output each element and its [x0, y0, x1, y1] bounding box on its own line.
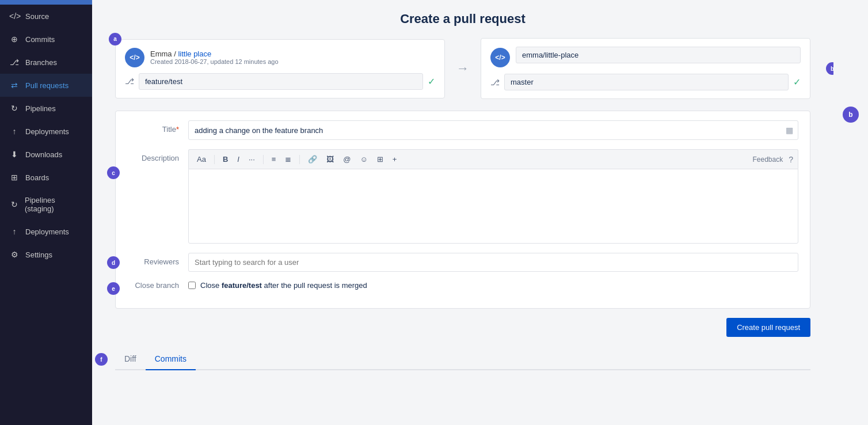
sidebar-item-boards[interactable]: ⊞ Boards — [0, 166, 92, 189]
sidebar-item-pipelines-staging[interactable]: ↻ Pipelines (staging) — [0, 189, 92, 220]
reviewers-label: Reviewers — [127, 253, 179, 266]
close-branch-checkbox[interactable] — [188, 282, 196, 289]
editor-toolbar: Aa B I ··· ≡ ≣ 🔗 🖼 @ ☺ ⊞ + — [188, 149, 798, 169]
create-btn-row: Create pull request — [115, 318, 810, 337]
toolbar-italic-btn[interactable]: I — [234, 153, 243, 165]
source-repo-card: a </> Emma / little place Created 2018-0… — [115, 39, 445, 98]
description-row: c Description Aa B I ··· ≡ ≣ 🔗 — [127, 149, 798, 244]
target-branch-select[interactable]: master — [504, 74, 789, 90]
pipelines-icon: ↻ — [9, 104, 20, 113]
boards-icon: ⊞ — [9, 173, 20, 182]
reviewers-input[interactable] — [188, 253, 798, 272]
sidebar-item-pull-requests[interactable]: ⇄ Pull requests — [0, 74, 92, 97]
toolbar-emoji-btn[interactable]: ☺ — [357, 153, 371, 165]
toolbar-more2-btn[interactable]: + — [389, 153, 401, 165]
title-section: Title* ▦ c Description Aa — [115, 111, 810, 309]
title-input-wrap: ▦ — [188, 120, 798, 140]
repo-selection-section: a </> Emma / little place Created 2018-0… — [115, 38, 810, 99]
sidebar-item-deployments-2[interactable]: ↑ Deployments — [0, 220, 92, 243]
tab-diff[interactable]: Diff — [115, 348, 146, 370]
toolbar-link-btn[interactable]: 🔗 — [304, 153, 321, 165]
create-pull-request-button[interactable]: Create pull request — [726, 318, 810, 337]
reviewers-row: d Reviewers — [127, 253, 798, 272]
sidebar-item-deployments[interactable]: ↑ Deployments — [0, 120, 92, 143]
toolbar-bold-btn[interactable]: B — [219, 153, 231, 165]
sidebar-item-pipelines[interactable]: ↻ Pipelines — [0, 97, 92, 120]
branches-icon: ⎇ — [9, 58, 20, 67]
toolbar-text-btn[interactable]: Aa — [193, 153, 210, 165]
title-label: Title* — [127, 120, 179, 134]
title-format-icon: ▦ — [781, 121, 798, 139]
repo-link[interactable]: little place — [178, 50, 211, 58]
description-label: Description — [127, 149, 179, 162]
annotation-f: f — [95, 353, 108, 366]
close-branch-row: e Close branch Close feature/test after … — [127, 281, 798, 290]
toolbar-ul-btn[interactable]: ≡ — [268, 153, 280, 165]
right-annotation-panel: b — [833, 0, 868, 425]
annotation-c: c — [107, 166, 120, 179]
repo-info: Emma / little place Created 2018-06-27, … — [150, 50, 435, 65]
settings-icon: ⚙ — [9, 250, 20, 259]
target-repo-card: b </> emma/little-place ⎇ master ✓ — [481, 38, 810, 99]
sidebar-item-branches[interactable]: ⎇ Branches — [0, 51, 92, 74]
tabs-row: f Diff Commits — [115, 348, 810, 370]
title-input[interactable] — [189, 122, 781, 139]
page-title: Create a pull request — [115, 12, 810, 26]
sidebar-item-downloads[interactable]: ⬇ Downloads — [0, 143, 92, 166]
target-repo-select[interactable]: emma/little-place — [516, 47, 801, 63]
deployments2-icon: ↑ — [9, 227, 20, 236]
source-branch-select[interactable]: feature/test — [139, 73, 423, 90]
sidebar: </> Source ⊕ Commits ⎇ Branches ⇄ Pull r… — [0, 0, 92, 425]
help-btn[interactable]: ? — [789, 155, 793, 164]
annotation-a: a — [109, 33, 121, 45]
repo-meta: Created 2018-06-27, updated 12 minutes a… — [150, 58, 435, 65]
tab-commits[interactable]: Commits — [146, 348, 196, 370]
sidebar-item-source[interactable]: </> Source — [0, 5, 92, 28]
annotation-b: b — [826, 62, 833, 75]
downloads-icon: ⬇ — [9, 150, 20, 159]
pipelines-staging-icon: ↻ — [9, 200, 19, 209]
deployments-icon: ↑ — [9, 127, 20, 136]
close-branch-text: Close feature/test after the pull reques… — [200, 281, 367, 290]
description-editor[interactable] — [188, 169, 798, 244]
title-row: Title* ▦ — [127, 120, 798, 140]
toolbar-ol-btn[interactable]: ≣ — [281, 153, 295, 165]
annotation-d: d — [107, 256, 120, 269]
annotation-e: e — [107, 282, 120, 295]
repo-owner-name: Emma / little place — [150, 50, 435, 58]
source-check-icon: ✓ — [428, 76, 435, 87]
target-branch-icon: ⎇ — [490, 78, 500, 87]
sidebar-item-commits[interactable]: ⊕ Commits — [0, 28, 92, 51]
feedback-label[interactable]: Feedback — [753, 155, 783, 164]
toolbar-image-btn[interactable]: 🖼 — [323, 153, 337, 165]
pull-requests-icon: ⇄ — [9, 81, 20, 90]
target-repo-avatar: </> — [490, 48, 510, 67]
toolbar-mention-btn[interactable]: @ — [340, 153, 354, 165]
close-branch-label: Close branch — [127, 281, 179, 290]
target-check-icon: ✓ — [793, 77, 801, 88]
sidebar-item-settings[interactable]: ⚙ Settings — [0, 243, 92, 266]
toolbar-table-btn[interactable]: ⊞ — [374, 153, 387, 165]
annotation-b-right: b — [843, 107, 859, 123]
source-branch-icon: ⎇ — [125, 77, 134, 86]
source-repo-avatar: </> — [125, 48, 144, 67]
merge-arrow-icon: → — [456, 61, 469, 76]
commits-icon: ⊕ — [9, 35, 20, 44]
close-branch-content: Close feature/test after the pull reques… — [188, 281, 367, 290]
toolbar-more-btn[interactable]: ··· — [245, 153, 258, 165]
source-icon: </> — [9, 12, 20, 21]
main-content: Create a pull request a </> Emma / littl… — [92, 0, 833, 425]
